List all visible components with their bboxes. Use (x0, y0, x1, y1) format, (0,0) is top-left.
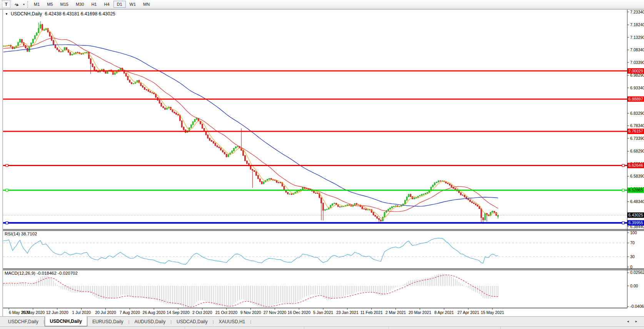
cursor-tool-button[interactable]: ➤ ➤ (12, 1, 22, 8)
text-tool-label: T (5, 2, 8, 7)
svg-text:6.39955: 6.39955 (629, 220, 643, 225)
svg-text:5 Jan 2021: 5 Jan 2021 (313, 310, 333, 315)
macd-indicator-label: MACD(12,26,9) -0.018462 -0.020702 (5, 271, 78, 275)
svg-text:6.68290: 6.68290 (630, 149, 644, 153)
timeframe-button-m15[interactable]: M15 (57, 1, 72, 8)
svg-text:26 Aug 2020: 26 Aug 2020 (143, 310, 165, 315)
svg-text:23 Jan 2021: 23 Jan 2021 (336, 310, 359, 315)
svg-text:6.88897: 6.88897 (629, 97, 643, 101)
svg-text:7 Aug 2020: 7 Aug 2020 (120, 310, 140, 315)
svg-text:7.13290: 7.13290 (630, 35, 644, 40)
chart-tab-audusd[interactable]: AUDUSD,Daily (129, 317, 170, 326)
timeframe-button-h4[interactable]: H4 (100, 1, 113, 8)
svg-text:2 Mar 2021: 2 Mar 2021 (385, 310, 406, 315)
timeframe-button-m1[interactable]: M1 (30, 1, 43, 8)
svg-text:6.58390: 6.58390 (630, 174, 644, 178)
svg-text:15 May 2021: 15 May 2021 (481, 310, 504, 315)
svg-text:14 Sep 2020: 14 Sep 2020 (167, 310, 190, 315)
svg-text:9 Nov 2020: 9 Nov 2020 (240, 310, 261, 315)
chart-ohlc-values: 6.42438 6.43181 6.41698 6.43025 (45, 11, 115, 17)
status-bar (0, 326, 644, 329)
timeframe-button-w1[interactable]: W1 (126, 1, 140, 8)
top-toolbar: T ➤ ➤ ▾ M1M5M15M30H1H4D1W1MN (0, 0, 644, 9)
svg-text:16 Dec 2020: 16 Dec 2020 (287, 310, 310, 315)
timeframe-button-m5[interactable]: M5 (43, 1, 56, 8)
timeframe-button-d1[interactable]: D1 (113, 1, 126, 8)
chart-tab-usdchf[interactable]: USDCHF,Daily (3, 317, 43, 326)
text-tool-button[interactable]: T (2, 0, 10, 8)
timeframe-button-h1[interactable]: H1 (88, 1, 100, 8)
svg-text:100: 100 (630, 230, 637, 235)
svg-text:8 Apr 2021: 8 Apr 2021 (434, 310, 454, 315)
svg-text:0.00: 0.00 (630, 284, 638, 288)
svg-text:6.76157: 6.76157 (629, 129, 643, 133)
tab-scroll-left-icon[interactable]: ◄ (626, 320, 629, 323)
collapse-triangle-icon[interactable]: ▼ (5, 12, 8, 16)
svg-text:6.62646: 6.62646 (629, 163, 643, 168)
chevron-down-icon[interactable]: ▾ (23, 3, 25, 6)
svg-text:20 Mar 2021: 20 Mar 2021 (409, 310, 431, 315)
svg-text:0: 0 (630, 265, 632, 269)
svg-text:20 Jul 2020: 20 Jul 2020 (95, 310, 116, 315)
svg-text:0.025623: 0.025623 (630, 270, 644, 275)
chart-tab-usdcnh[interactable]: USDCNH,Daily (45, 316, 87, 326)
timeframe-button-group: M1M5M15M30H1H4D1W1MN (30, 1, 153, 8)
svg-text:6.43025: 6.43025 (629, 213, 643, 217)
chart-tab-eurusd[interactable]: EURUSD,Daily (87, 317, 128, 326)
svg-text:30: 30 (630, 254, 635, 259)
timeframe-button-m30[interactable]: M30 (72, 1, 87, 8)
svg-text:12 Jun 2020: 12 Jun 2020 (46, 310, 68, 315)
svg-text:1 Jul 2020: 1 Jul 2020 (72, 310, 91, 315)
svg-text:7.00029: 7.00029 (629, 69, 643, 73)
tab-separator: | (250, 317, 251, 326)
svg-text:27 Nov 2020: 27 Nov 2020 (264, 310, 287, 315)
svg-text:6.93340: 6.93340 (630, 86, 644, 90)
svg-text:6.83290: 6.83290 (630, 111, 644, 116)
svg-text:6.73390: 6.73390 (630, 136, 644, 141)
rsi-indicator-label: RSI(14) 38.7102 (5, 232, 37, 236)
chart-tab-bar: USDCHF,Daily|USDCNH,DailyEURUSD,Daily|AU… (0, 316, 644, 326)
svg-text:-0.040687: -0.040687 (630, 304, 644, 309)
svg-text:7.18240: 7.18240 (630, 22, 644, 27)
svg-text:7.03390: 7.03390 (630, 60, 644, 65)
svg-text:25 May 2020: 25 May 2020 (21, 310, 45, 315)
svg-text:6.52865: 6.52865 (629, 188, 643, 192)
timeframe-button-mn[interactable]: MN (140, 1, 153, 8)
chart-canvas[interactable]: 7.233407.182407.132907.083407.033906.982… (0, 0, 644, 329)
svg-text:11 Feb 2021: 11 Feb 2021 (360, 310, 383, 315)
chart-title: ▼ USDCNH,Daily 6.42438 6.43181 6.41698 6… (5, 11, 115, 17)
svg-text:2 Oct 2020: 2 Oct 2020 (192, 310, 212, 315)
svg-text:6.78340: 6.78340 (630, 123, 644, 128)
svg-text:21 Oct 2020: 21 Oct 2020 (215, 310, 237, 315)
tab-scroll-right-icon[interactable]: ► (635, 320, 638, 323)
svg-text:7.23340: 7.23340 (630, 10, 644, 14)
chart-symbol-label: USDCNH,Daily (11, 11, 42, 17)
chart-tab-xauusd[interactable]: XAUUSD,H1 (214, 317, 250, 326)
svg-text:70: 70 (630, 240, 635, 245)
svg-text:7.08340: 7.08340 (630, 47, 644, 52)
chart-tab-usdcad[interactable]: USDCAD,Daily (172, 317, 213, 326)
svg-text:27 Apr 2021: 27 Apr 2021 (457, 310, 479, 315)
svg-text:6.48340: 6.48340 (630, 199, 644, 204)
toolbar-grip (27, 1, 28, 8)
